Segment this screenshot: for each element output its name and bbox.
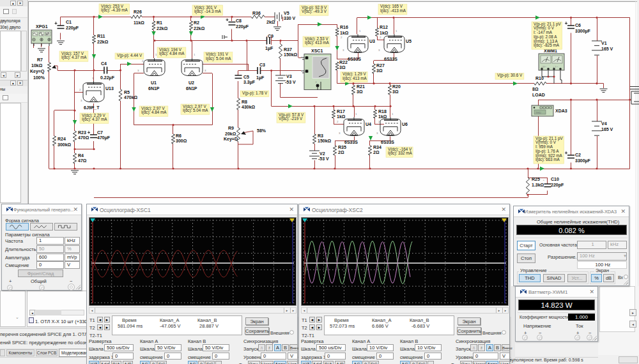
svg-text:C7: C7 xyxy=(97,130,103,135)
svg-text:R37: R37 xyxy=(284,47,292,52)
svg-text:1µF: 1µF xyxy=(265,46,273,51)
svg-text:1.3kΩ: 1.3kΩ xyxy=(532,183,544,187)
svg-text:R6: R6 xyxy=(176,133,181,138)
svg-text:R8: R8 xyxy=(242,100,247,104)
svg-text:Key=D: Key=D xyxy=(224,137,238,142)
svg-text:470kΩ: 470kΩ xyxy=(124,95,138,100)
svg-text:1: 1 xyxy=(392,112,394,116)
svg-text:R26: R26 xyxy=(134,10,142,14)
svg-text:22kΩ: 22kΩ xyxy=(157,26,168,31)
svg-text:3300µF: 3300µF xyxy=(575,29,591,34)
svg-text:165 V: 165 V xyxy=(601,127,613,132)
svg-text:I(dc): 663 mA: I(dc): 663 mA xyxy=(535,157,560,162)
svg-text:R10: R10 xyxy=(535,76,544,80)
svg-text:3Ω: 3Ω xyxy=(339,65,346,70)
svg-text:V(p-p): 4.44 V: V(p-p): 4.44 V xyxy=(117,53,142,58)
svg-text:THD: THD xyxy=(535,111,541,114)
svg-text:6N1P: 6N1P xyxy=(148,86,160,91)
svg-text:R24: R24 xyxy=(58,137,66,141)
svg-text:V4: V4 xyxy=(601,121,607,126)
svg-text:6J9P_T: 6J9P_T xyxy=(84,105,100,110)
svg-text:2Ω: 2Ω xyxy=(338,150,344,155)
svg-text:300Ω: 300Ω xyxy=(176,139,187,143)
svg-text:2Ω: 2Ω xyxy=(373,150,380,155)
svg-text:430kΩ: 430kΩ xyxy=(242,105,256,109)
svg-text:I(dc): 413 mA: I(dc): 413 mA xyxy=(305,40,330,45)
svg-text:-53 V: -53 V xyxy=(318,156,329,161)
svg-text:R27: R27 xyxy=(376,63,385,68)
svg-text:3: 3 xyxy=(339,132,341,135)
svg-text:U4: U4 xyxy=(366,122,371,126)
svg-text:XDA3: XDA3 xyxy=(555,109,567,113)
svg-text:V5: V5 xyxy=(284,11,289,15)
svg-text:I(dc): -825 mA: I(dc): -825 mA xyxy=(534,43,560,48)
svg-text:1: 1 xyxy=(355,112,357,116)
svg-text:U13: U13 xyxy=(105,86,114,91)
svg-text:R11: R11 xyxy=(97,34,105,38)
svg-text:2: 2 xyxy=(380,36,381,39)
svg-text:R12: R12 xyxy=(380,25,388,29)
svg-text:+: + xyxy=(566,149,567,153)
svg-text:R9: R9 xyxy=(228,126,234,130)
svg-text:C5: C5 xyxy=(243,75,249,79)
svg-text:0.22µF: 0.22µF xyxy=(100,75,115,80)
svg-text:3: 3 xyxy=(137,69,139,72)
svg-text:1kΩ: 1kΩ xyxy=(337,114,346,119)
svg-text:2kΩ: 2kΩ xyxy=(266,20,275,24)
svg-text:I(dc): -4.39 mA: I(dc): -4.39 mA xyxy=(101,8,128,13)
svg-text:R20: R20 xyxy=(392,84,401,89)
svg-text:V(p-p): 1.78 V: V(p-p): 1.78 V xyxy=(242,91,268,96)
svg-text:U1: U1 xyxy=(151,80,157,85)
svg-text:V(dc): -49.3 V: V(dc): -49.3 V xyxy=(302,9,327,14)
svg-text:6S33S: 6S33S xyxy=(384,57,397,61)
svg-text:+: + xyxy=(88,129,90,132)
svg-text:470Ω: 470Ω xyxy=(78,135,89,140)
svg-text:R3: R3 xyxy=(318,133,323,138)
svg-text:I(dc): 413 mA: I(dc): 413 mA xyxy=(343,76,367,81)
svg-text:I(dc): 4.37 mA: I(dc): 4.37 mA xyxy=(82,117,107,122)
svg-text:+: + xyxy=(566,20,567,23)
svg-text:R23: R23 xyxy=(78,130,86,135)
svg-text:R16: R16 xyxy=(340,25,348,29)
svg-text:3: 3 xyxy=(376,132,378,135)
svg-text:150kΩ: 150kΩ xyxy=(284,52,298,57)
svg-text:3Ω: 3Ω xyxy=(357,89,363,94)
svg-text:2: 2 xyxy=(79,88,81,91)
svg-text:C9: C9 xyxy=(268,34,273,38)
svg-text:3Ω: 3Ω xyxy=(376,68,383,73)
svg-text:47Ω: 47Ω xyxy=(78,158,87,163)
svg-text:220pF: 220pF xyxy=(551,183,564,188)
svg-text:1kΩ: 1kΩ xyxy=(380,31,389,35)
svg-text:R21: R21 xyxy=(357,84,365,89)
svg-text:R35: R35 xyxy=(338,145,346,149)
svg-text:V1: V1 xyxy=(601,41,607,45)
svg-text:Key=Q: Key=Q xyxy=(30,69,45,74)
svg-text:1kΩ: 1kΩ xyxy=(378,114,387,119)
svg-text:11kΩ: 11kΩ xyxy=(134,20,144,25)
svg-text:1µF: 1µF xyxy=(256,75,265,80)
svg-text:I(dc): 4.37 mA: I(dc): 4.37 mA xyxy=(61,55,87,60)
svg-text:V3: V3 xyxy=(286,74,292,79)
svg-text:+: + xyxy=(543,178,545,181)
svg-text:58%: 58% xyxy=(257,128,266,133)
svg-text:22kΩ: 22kΩ xyxy=(97,40,109,44)
svg-text:I(dc): 4.84 mA: I(dc): 4.84 mA xyxy=(159,51,185,56)
svg-text:-53 V: -53 V xyxy=(285,80,296,84)
svg-text:C8: C8 xyxy=(236,19,242,23)
svg-text:C6: C6 xyxy=(575,23,581,27)
svg-text:C2: C2 xyxy=(575,153,581,157)
svg-text:330 V: 330 V xyxy=(284,16,296,20)
svg-text:U3: U3 xyxy=(369,39,375,43)
svg-text:3.3µF: 3.3µF xyxy=(243,80,256,85)
svg-text:R7: R7 xyxy=(37,57,43,62)
svg-text:I(dc): 332 mA: I(dc): 332 mA xyxy=(388,151,413,156)
svg-text:XPG1: XPG1 xyxy=(36,24,48,29)
svg-text:1: 1 xyxy=(396,29,397,33)
svg-text:150kΩ: 150kΩ xyxy=(318,139,332,143)
svg-text:220µF: 220µF xyxy=(66,26,79,31)
svg-text:1: 1 xyxy=(194,53,196,56)
svg-text:I(dc): 5.04 mA: I(dc): 5.04 mA xyxy=(206,56,231,61)
svg-text:3Ω: 3Ω xyxy=(392,89,399,94)
svg-text:8Ω: 8Ω xyxy=(532,87,539,91)
svg-text:3: 3 xyxy=(343,49,344,52)
